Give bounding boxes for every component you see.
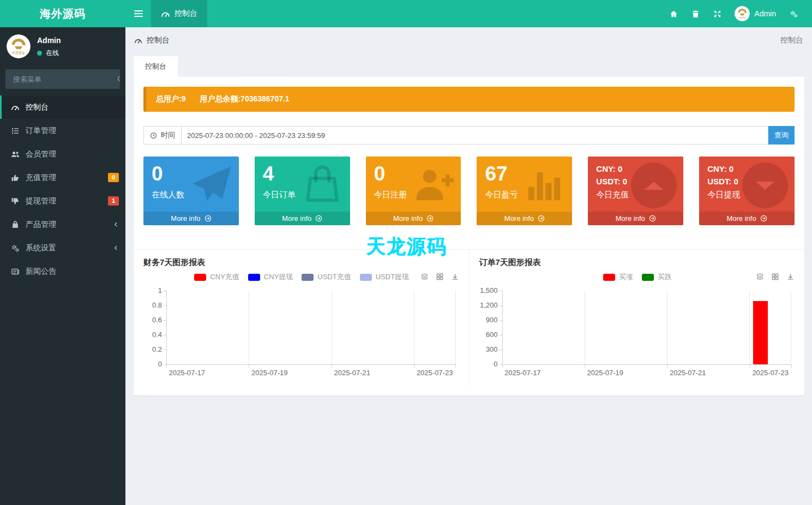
home-icon xyxy=(670,10,678,18)
search-button[interactable] xyxy=(117,69,120,89)
tab-dashboard[interactable]: 控制台 xyxy=(134,56,178,77)
y-axis-tick: 1 xyxy=(141,287,162,294)
expand-arrows-icon xyxy=(713,10,721,18)
download-icon[interactable] xyxy=(451,273,459,281)
settings-button[interactable] xyxy=(783,0,804,27)
avatar: 中国黄金 xyxy=(7,34,31,58)
info-box-online-users: 0 在线人数 More info xyxy=(143,157,239,225)
page-title: 控制台 xyxy=(147,35,170,45)
more-info-link[interactable]: More info xyxy=(366,212,461,225)
top-navbar: 海外源码 控制台 中国黄金 Admin xyxy=(0,0,812,27)
legend-label: CNY提现 xyxy=(264,272,293,282)
sidebar-item-settings[interactable]: 系统设置 xyxy=(0,236,125,260)
y-axis-tick: 600 xyxy=(477,331,498,338)
gauge-icon xyxy=(161,9,170,19)
stack-icon[interactable] xyxy=(420,273,429,281)
shopping-bag-icon xyxy=(301,163,344,206)
more-info-link[interactable]: More info xyxy=(588,212,683,225)
legend-item[interactable]: 买跌 xyxy=(642,272,672,282)
chart-plot: 03006009001,2001,5002025-07-172025-07-19… xyxy=(477,287,798,381)
sidebar-item-label: 提现管理 xyxy=(26,196,56,206)
finance-chart-panel: 财务7天图形报表 CNY充值CNY提现USDT充值USDT提现 00.20.40… xyxy=(134,250,469,386)
sidebar-item-members[interactable]: 会员管理 xyxy=(0,142,125,166)
y-axis-tick: 0.8 xyxy=(141,302,162,309)
query-button[interactable]: 查询 xyxy=(768,126,795,145)
legend-swatch xyxy=(360,274,372,281)
user-status: 在线 xyxy=(37,49,61,58)
info-box-today-orders: 4 今日订单 More info xyxy=(255,157,350,225)
legend-item[interactable]: USDT充值 xyxy=(302,272,351,282)
legend-swatch xyxy=(642,274,654,281)
sidebar-item-label: 产品管理 xyxy=(26,220,56,230)
navbar-right: 中国黄金 Admin xyxy=(663,0,812,27)
x-axis-tick: 2025-07-23 xyxy=(417,369,453,377)
more-info-link[interactable]: More info xyxy=(255,212,350,225)
chart-title: 订单7天图形报表 xyxy=(477,257,798,268)
tiled-icon[interactable] xyxy=(771,273,779,281)
legend-label: USDT充值 xyxy=(317,272,351,282)
x-axis-tick: 2025-07-17 xyxy=(169,369,206,377)
x-axis-tick: 2025-07-19 xyxy=(251,369,288,377)
sidebar-toggle-button[interactable] xyxy=(125,0,151,27)
paper-plane-icon xyxy=(190,163,232,206)
user-menu[interactable]: 中国黄金 Admin xyxy=(728,6,783,21)
chart-toolbox xyxy=(420,273,459,281)
sidebar-item-products[interactable]: 产品管理 xyxy=(0,213,125,236)
gauge-icon xyxy=(11,103,20,112)
sidebar-search xyxy=(5,69,120,89)
more-info-link[interactable]: More info xyxy=(477,212,572,225)
legend-item[interactable]: 买涨 xyxy=(603,272,633,282)
sidebar-item-label: 系统设置 xyxy=(26,243,56,253)
legend-label: 买涨 xyxy=(619,272,633,282)
chart-legend: CNY充值CNY提现USDT充值USDT提现 xyxy=(141,272,462,282)
total-users-text: 总用户:9 xyxy=(156,94,185,104)
sidebar: 中国黄金 Admin 在线 控制台 订单管理 会员管理 xyxy=(0,27,125,505)
user-menu-label: Admin xyxy=(754,9,776,18)
x-axis-tick: 2025-07-23 xyxy=(752,369,789,377)
breadcrumb: 控制台 控制台 xyxy=(125,27,812,51)
more-info-link[interactable]: More info xyxy=(699,212,795,225)
clear-cache-button[interactable] xyxy=(684,0,706,27)
sidebar-item-recharge[interactable]: 充值管理 0 xyxy=(0,166,125,189)
sidebar-item-dashboard[interactable]: 控制台 xyxy=(0,95,125,119)
legend-label: 买跌 xyxy=(658,272,672,282)
total-balance-text: 用户总余额:7036386707.1 xyxy=(200,94,289,104)
y-axis-tick: 1,200 xyxy=(477,302,498,309)
watermark: 天龙源码 xyxy=(366,234,447,260)
sidebar-item-withdraw[interactable]: 提现管理 1 xyxy=(0,189,125,213)
brand-logo[interactable]: 海外源码 xyxy=(0,0,125,27)
y-axis-tick: 0.4 xyxy=(141,331,162,338)
legend-item[interactable]: CNY提现 xyxy=(248,272,293,282)
search-input[interactable] xyxy=(5,69,117,89)
sidebar-item-news[interactable]: 新闻公告 xyxy=(0,260,125,283)
date-range-input[interactable] xyxy=(181,126,768,145)
info-box-today-withdraw: CNY: 0 USDT: 0 今日提现 More info xyxy=(699,157,795,225)
sidebar-item-orders[interactable]: 订单管理 xyxy=(0,119,125,142)
recharge-badge: 0 xyxy=(108,173,119,182)
more-info-link[interactable]: More info xyxy=(143,212,239,225)
y-axis-tick: 0 xyxy=(477,360,498,368)
download-icon[interactable] xyxy=(786,273,795,281)
newspaper-icon xyxy=(11,267,20,276)
legend-item[interactable]: CNY充值 xyxy=(194,272,239,282)
gauge-icon xyxy=(134,37,142,45)
y-axis-tick: 900 xyxy=(477,316,498,323)
user-panel: 中国黄金 Admin 在线 xyxy=(0,27,125,65)
time-filter: 时间 查询 xyxy=(143,126,795,145)
home-button[interactable] xyxy=(663,0,684,27)
sidebar-item-label: 控制台 xyxy=(26,103,49,112)
user-plus-icon xyxy=(412,163,454,206)
circle-arrow-right-icon xyxy=(426,215,434,222)
y-axis-tick: 0.2 xyxy=(141,346,162,353)
user-name: Admin xyxy=(37,36,61,45)
fullscreen-button[interactable] xyxy=(706,0,728,27)
legend-item[interactable]: USDT提现 xyxy=(360,272,409,282)
chart-toolbox xyxy=(756,273,795,281)
stack-icon[interactable] xyxy=(756,273,764,281)
nav-tab-dashboard[interactable]: 控制台 xyxy=(151,0,207,27)
tiled-icon[interactable] xyxy=(436,273,444,281)
legend-label: USDT提现 xyxy=(376,272,409,282)
content-tabs: 控制台 xyxy=(134,56,804,77)
circle-arrow-down-icon xyxy=(742,163,788,208)
chart-legend: 买涨买跌 xyxy=(477,272,798,282)
